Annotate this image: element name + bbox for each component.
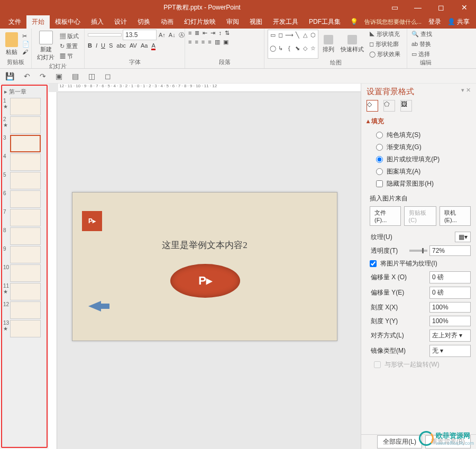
- font-name-input[interactable]: [88, 33, 122, 36]
- align-left-icon[interactable]: ≡: [188, 39, 191, 45]
- select-button[interactable]: ▭ 选择: [410, 50, 431, 59]
- pane-tab-effects-icon[interactable]: ⬠: [383, 100, 395, 112]
- shape-effect-button[interactable]: ◯ 形状效果: [368, 50, 401, 59]
- mirror-select[interactable]: 无 ▾: [429, 345, 471, 357]
- tab-transition[interactable]: 切换: [132, 15, 155, 29]
- find-button[interactable]: 🔍 查找: [410, 30, 433, 39]
- qat-icon3[interactable]: ◫: [88, 72, 95, 80]
- font-size-input[interactable]: 13.5: [123, 30, 157, 40]
- bullets-icon[interactable]: ≡: [188, 30, 191, 36]
- tab-pdf[interactable]: PDF工具集: [304, 15, 346, 29]
- grow-font-icon[interactable]: A↑: [158, 31, 167, 39]
- radio-picture[interactable]: 图片或纹理填充(P): [367, 153, 471, 166]
- clear-format-icon[interactable]: Ⓐ: [178, 31, 186, 40]
- indent-dec-icon[interactable]: ⇤: [203, 30, 207, 36]
- radio-gradient[interactable]: 渐变填充(G): [367, 141, 471, 153]
- textdir-icon[interactable]: ⇅: [225, 30, 230, 36]
- scale-x-input[interactable]: 100%: [429, 302, 471, 313]
- align-select[interactable]: 左上对齐 ▾: [429, 329, 471, 342]
- strike-icon[interactable]: S: [109, 42, 113, 50]
- save-icon[interactable]: 💾: [5, 72, 14, 80]
- bold-icon[interactable]: B: [88, 42, 92, 50]
- justify-icon[interactable]: ≡: [208, 39, 211, 45]
- share-button[interactable]: 👤 共享: [447, 17, 470, 26]
- tab-home[interactable]: 开始: [26, 15, 50, 29]
- indent-inc-icon[interactable]: ⇥: [210, 30, 215, 36]
- thumb-12[interactable]: 12: [3, 301, 45, 319]
- copy-icon[interactable]: 📄: [22, 41, 30, 48]
- apply-all-button[interactable]: 全部应用(L): [377, 435, 422, 448]
- tab-file[interactable]: 文件: [3, 15, 26, 29]
- thumb-13[interactable]: 13★: [3, 320, 45, 337]
- redo-icon[interactable]: ↷: [40, 72, 46, 80]
- restore-icon[interactable]: ◻: [429, 3, 453, 12]
- thumb-9[interactable]: 9: [3, 246, 45, 263]
- section-fill[interactable]: ▴ 填充: [367, 117, 471, 126]
- tab-template[interactable]: 模板中心: [50, 15, 86, 29]
- thumb-1[interactable]: 1★: [3, 98, 45, 115]
- slide-text[interactable]: 这里是举例文本内容2: [72, 239, 337, 251]
- shrink-font-icon[interactable]: A↓: [168, 31, 177, 39]
- thumb-10[interactable]: 10: [3, 264, 45, 282]
- thumb-6[interactable]: 6: [3, 190, 45, 208]
- pane-tab-fill-icon[interactable]: ◇: [367, 100, 378, 112]
- new-slide-button[interactable]: 新建 幻灯片: [35, 30, 57, 62]
- thumb-2[interactable]: 2★: [3, 116, 45, 134]
- align-center-icon[interactable]: ≡: [195, 39, 198, 45]
- numbers-icon[interactable]: ≣: [195, 30, 199, 36]
- italic-icon[interactable]: I: [96, 42, 97, 50]
- columns-icon[interactable]: ▥: [215, 39, 220, 45]
- minimize-icon[interactable]: —: [406, 3, 429, 12]
- slide-editor[interactable]: P▸ 这里是举例文本内容2 P▸: [72, 192, 337, 341]
- close-icon[interactable]: ✕: [453, 3, 476, 12]
- pane-close-icon[interactable]: ▾ ✕: [461, 87, 471, 97]
- transparency-slider[interactable]: [409, 250, 427, 252]
- offset-y-input[interactable]: 0 磅: [429, 287, 471, 299]
- replace-button[interactable]: ab 替换: [410, 40, 432, 49]
- tab-review[interactable]: 审阅: [221, 15, 244, 29]
- shadow-icon[interactable]: abc: [116, 42, 126, 50]
- section-header[interactable]: ▸ 第一章: [2, 87, 45, 97]
- shape-outline-button[interactable]: ◻ 形状轮廓: [368, 40, 401, 49]
- file-button[interactable]: 文件(F)...: [370, 206, 401, 226]
- section-button[interactable]: ☰ 节: [59, 52, 80, 61]
- paste-button[interactable]: 粘贴: [3, 31, 20, 57]
- check-hide-bg[interactable]: 隐藏背景图形(H): [367, 178, 471, 190]
- shape-fill-button[interactable]: ◣ 形状填充: [368, 30, 401, 39]
- tab-design[interactable]: 设计: [109, 15, 132, 29]
- radio-solid[interactable]: 纯色填充(S): [367, 129, 471, 141]
- thumb-11[interactable]: 11★: [3, 283, 45, 300]
- qat-icon4[interactable]: ◻: [105, 72, 111, 80]
- underline-icon[interactable]: U: [101, 42, 105, 50]
- change-case-icon[interactable]: Aa: [141, 42, 148, 50]
- scale-y-input[interactable]: 100%: [429, 316, 471, 326]
- qat-icon1[interactable]: ▣: [56, 72, 62, 80]
- smartart-icon[interactable]: ▣: [223, 39, 228, 45]
- transparency-input[interactable]: 72%: [429, 245, 471, 256]
- login-button[interactable]: 登录: [428, 17, 441, 26]
- pane-tab-picture-icon[interactable]: 🖼: [400, 100, 412, 112]
- spacing-icon[interactable]: AV: [130, 42, 137, 50]
- reset-button[interactable]: ↻ 重置: [59, 42, 80, 51]
- arrange-button[interactable]: 排列: [321, 34, 336, 54]
- cut-icon[interactable]: ✂: [22, 33, 30, 40]
- radio-pattern[interactable]: 图案填充(A): [367, 166, 471, 178]
- quickstyle-button[interactable]: 快速样式: [338, 34, 366, 54]
- texture-picker[interactable]: ▦▾: [455, 232, 471, 242]
- layout-button[interactable]: ▦ 版式: [59, 32, 80, 41]
- tab-insert[interactable]: 插入: [86, 15, 109, 29]
- check-tile[interactable]: 将图片平铺为纹理(I): [367, 258, 471, 270]
- qat-icon2[interactable]: ▤: [72, 72, 79, 80]
- thumb-7[interactable]: 7: [3, 209, 45, 226]
- linespace-icon[interactable]: ↕: [218, 30, 222, 36]
- shapes-gallery[interactable]: ▭◻⟶╲△⬡ ◯↳{⬊◇☆: [268, 30, 318, 59]
- undo-icon[interactable]: ↶: [24, 72, 30, 80]
- offset-x-input[interactable]: 0 磅: [429, 271, 471, 283]
- thumb-4[interactable]: 4: [3, 153, 45, 171]
- ribbon-display-icon[interactable]: ▭: [383, 3, 406, 12]
- online-button[interactable]: 联机(E)...: [440, 206, 471, 226]
- format-painter-icon[interactable]: 🖌: [22, 49, 30, 55]
- tab-view[interactable]: 视图: [244, 15, 268, 29]
- tab-animation[interactable]: 动画: [155, 15, 179, 29]
- tab-developer[interactable]: 开发工具: [268, 15, 304, 29]
